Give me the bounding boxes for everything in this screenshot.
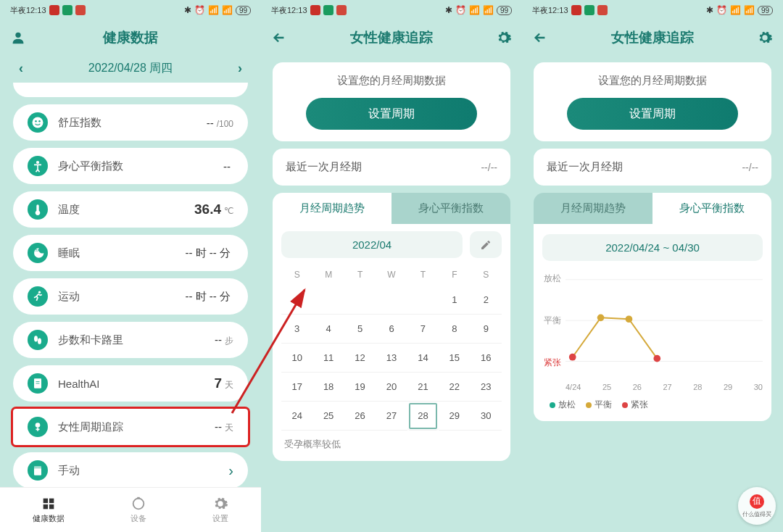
setup-period-button[interactable]: 设置周期 xyxy=(567,98,739,130)
setup-period-button[interactable]: 设置周期 xyxy=(306,98,478,130)
settings-icon[interactable] xyxy=(757,30,773,46)
tab-bar: 月经周期趋势 身心平衡指数 xyxy=(534,193,771,224)
calendar-note: 受孕概率较低 xyxy=(281,431,502,454)
therm-icon xyxy=(28,199,48,220)
calendar-dow: S xyxy=(471,264,502,286)
svg-point-27 xyxy=(653,355,660,362)
calendar-day[interactable]: 13 xyxy=(376,344,407,373)
calendar-dow: M xyxy=(312,264,344,286)
metric-value: -- 时 -- 分 xyxy=(186,290,233,304)
calendar-day[interactable]: 23 xyxy=(471,373,502,402)
calendar-dow: T xyxy=(344,264,376,286)
calendar-day[interactable]: 29 xyxy=(439,402,470,431)
svg-point-1 xyxy=(33,117,44,128)
nav-device[interactable]: 设备 xyxy=(130,496,146,524)
list-item[interactable]: zz 睡眠 -- 时 -- 分 xyxy=(13,235,248,271)
metric-value: 36.4℃ xyxy=(194,201,233,217)
chart-date-range[interactable]: 2022/04/24 ~ 04/30 xyxy=(542,234,763,261)
phone-screen-2: 半夜12:13 ✱ ⏰ 📶 📶 99 女性健康追踪 设置您的月经周期数据 设置周… xyxy=(261,0,522,532)
list-item[interactable]: 温度 36.4℃ xyxy=(13,191,248,228)
list-item[interactable]: 身心平衡指数 -- xyxy=(13,148,248,184)
current-date[interactable]: 2022/04/28 周四 xyxy=(88,61,173,76)
next-date-button[interactable]: › xyxy=(238,61,242,76)
steps-icon xyxy=(28,330,48,350)
calendar-day[interactable]: 17 xyxy=(281,373,312,402)
signal-icon: 📶 xyxy=(469,5,480,15)
calendar-day[interactable]: 19 xyxy=(344,373,376,402)
bluetooth-icon: ✱ xyxy=(706,5,713,15)
settings-icon[interactable] xyxy=(496,30,512,46)
tab-balance-index[interactable]: 身心平衡指数 xyxy=(652,193,771,224)
date-selector: ‹ 2022/04/28 周四 › xyxy=(0,55,261,81)
svg-point-4 xyxy=(36,161,39,164)
legend-dot xyxy=(586,402,592,408)
calendar-panel: 2022/04 SMTWTFS1234567891011121314151617… xyxy=(273,224,510,461)
alarm-icon: ⏰ xyxy=(194,5,205,15)
list-item[interactable]: 步数和卡路里 --步 xyxy=(13,322,248,358)
last-period-row[interactable]: 最近一次月经期 --/-- xyxy=(273,149,510,186)
status-bar: 半夜12:13 ✱ ⏰ 📶 📶 99 xyxy=(522,0,783,20)
page-title: 健康数据 xyxy=(103,28,158,47)
calendar-day[interactable]: 27 xyxy=(376,402,407,431)
calendar-day[interactable]: 1 xyxy=(439,286,470,315)
list-item[interactable]: HealthAI 7天 xyxy=(13,365,248,402)
calendar-day[interactable]: 3 xyxy=(281,315,312,344)
calendar-day[interactable]: 25 xyxy=(312,402,344,431)
calendar-day[interactable]: 26 xyxy=(344,402,376,431)
calendar-day[interactable]: 9 xyxy=(471,315,502,344)
calendar-day[interactable]: 5 xyxy=(344,315,376,344)
calendar-day[interactable]: 14 xyxy=(407,344,439,373)
back-button[interactable] xyxy=(532,30,548,46)
calendar-day[interactable]: 6 xyxy=(376,315,407,344)
app-indicator-icon xyxy=(597,5,608,15)
calendar-day[interactable]: 18 xyxy=(312,373,344,402)
bluetooth-icon: ✱ xyxy=(184,5,191,15)
nav-health[interactable]: 健康数据 xyxy=(33,496,65,524)
svg-rect-20 xyxy=(137,497,140,499)
calendar-day[interactable]: 4 xyxy=(312,315,344,344)
setup-panel: 设置您的月经周期数据 设置周期 xyxy=(534,62,771,141)
calendar-dow: S xyxy=(281,264,312,286)
last-period-label: 最近一次月经期 xyxy=(547,160,623,174)
list-item[interactable]: 舒压指数 --/100 xyxy=(13,104,248,141)
calendar-day[interactable]: 10 xyxy=(281,344,312,373)
calendar-day[interactable]: 7 xyxy=(407,315,439,344)
calendar-day[interactable]: 22 xyxy=(439,373,470,402)
page-title: 女性健康追踪 xyxy=(611,28,694,47)
calendar-day[interactable]: 21 xyxy=(407,373,439,402)
legend-dot xyxy=(550,402,555,408)
app-indicator-icon xyxy=(323,5,334,15)
prev-date-button[interactable]: ‹ xyxy=(19,61,23,76)
calendar-day[interactable]: 11 xyxy=(312,344,344,373)
metric-label: HealthAI xyxy=(58,378,214,390)
calendar-day[interactable]: 28 xyxy=(407,402,439,431)
last-period-row[interactable]: 最近一次月经期 --/-- xyxy=(534,149,771,186)
list-item[interactable]: 手动 › xyxy=(13,452,248,489)
back-button[interactable] xyxy=(271,30,287,46)
calendar-day[interactable]: 2 xyxy=(471,286,502,315)
metric-value: 7天 xyxy=(214,375,233,391)
metric-value: --/100 xyxy=(207,117,233,129)
calendar-day[interactable]: 24 xyxy=(281,402,312,431)
tab-balance-index[interactable]: 身心平衡指数 xyxy=(392,193,510,224)
tab-cycle-trend[interactable]: 月经周期趋势 xyxy=(534,193,652,224)
nav-settings[interactable]: 设置 xyxy=(212,496,228,524)
calendar-day[interactable]: 15 xyxy=(439,344,470,373)
metric-value: --步 xyxy=(215,333,233,347)
battery-text: 99 xyxy=(236,6,251,15)
list-item[interactable]: 女性周期追踪 --天 xyxy=(13,409,248,445)
profile-icon[interactable] xyxy=(10,30,26,46)
calendar-day[interactable]: 8 xyxy=(439,315,470,344)
status-bar: 半夜12:13 ✱ ⏰ 📶 📶 99 xyxy=(261,0,522,20)
calendar-day[interactable]: 12 xyxy=(344,344,376,373)
calendar-day[interactable]: 30 xyxy=(471,402,502,431)
header: 女性健康追踪 xyxy=(522,20,783,55)
watermark: 值 什么值得买 xyxy=(738,487,776,525)
tab-cycle-trend[interactable]: 月经周期趋势 xyxy=(273,193,392,224)
calendar-month[interactable]: 2022/04 xyxy=(281,231,463,258)
calendar-day[interactable]: 20 xyxy=(376,373,407,402)
list-item[interactable]: 运动 -- 时 -- 分 xyxy=(13,278,248,315)
calendar-day[interactable]: 16 xyxy=(471,344,502,373)
x-tick: 4/24 xyxy=(566,383,581,391)
edit-button[interactable] xyxy=(470,231,502,258)
